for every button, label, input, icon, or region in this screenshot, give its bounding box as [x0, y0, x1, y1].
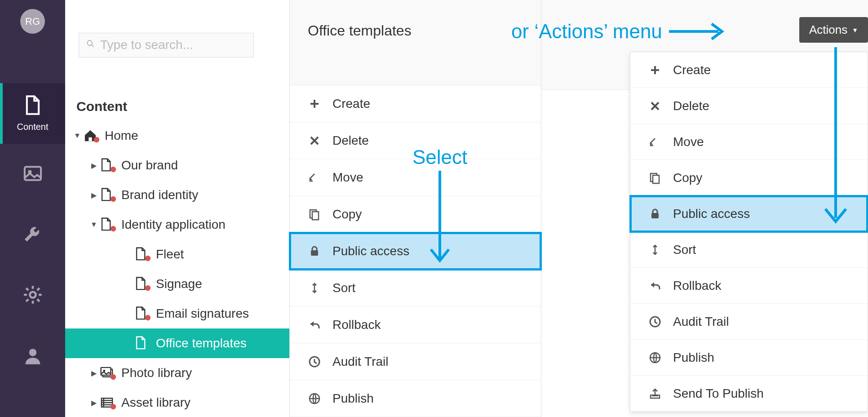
menu-item-sort[interactable]: Sort [630, 232, 868, 268]
tree-item-label: Home [105, 129, 138, 143]
sidebar-item-tools[interactable] [0, 204, 65, 265]
avatar[interactable]: RG [20, 9, 45, 34]
menu-item-delete[interactable]: Delete [290, 122, 541, 159]
menu-item-label: Sort [673, 243, 696, 257]
right-area: Actions ▼ CreateDeleteMoveCopyPublic acc… [541, 0, 868, 417]
menu-item-copy[interactable]: Copy [290, 196, 541, 233]
tree-item-label: Signage [156, 277, 202, 291]
menu-item-sort[interactable]: Sort [290, 270, 541, 306]
menu-item-label: Rollback [332, 318, 381, 332]
tree-item-label: Asset library [121, 395, 190, 410]
lock-icon [644, 208, 666, 220]
tree-item[interactable]: Signage [65, 269, 289, 299]
tree-item[interactable]: ▶Our brand [65, 151, 289, 180]
globe-icon [303, 392, 326, 405]
search-input[interactable] [100, 38, 247, 52]
home-icon [81, 128, 99, 143]
tree-item-label: Photo library [121, 366, 192, 380]
file-icon [22, 95, 43, 117]
menu-item-create[interactable]: Create [290, 85, 541, 122]
tree-item[interactable]: ▶Asset library [65, 388, 289, 417]
context-panel: Office templates CreateDeleteMoveCopyPub… [290, 0, 541, 417]
caret-icon: ▶ [90, 399, 98, 407]
content-tree: ▼Home▶Our brand▶Brand identity▼Identity … [65, 121, 289, 417]
menu-item-public-access[interactable]: Public access [290, 233, 541, 270]
menu-item-delete[interactable]: Delete [630, 88, 868, 124]
menu-item-send-to-publish[interactable]: Send To Publish [630, 376, 868, 412]
copy-icon [644, 172, 666, 184]
menu-item-label: Publish [332, 391, 374, 406]
wrench-icon [22, 224, 43, 246]
actions-button[interactable]: Actions ▼ [799, 17, 868, 43]
sidebar-item-media[interactable] [0, 144, 65, 204]
menu-item-public-access[interactable]: Public access [630, 196, 868, 232]
tree-item[interactable]: ▼Identity application [65, 210, 289, 240]
menu-item-label: Copy [332, 207, 362, 222]
clock-icon [644, 315, 666, 328]
menu-item-rollback[interactable]: Rollback [290, 306, 541, 343]
sidebar-item-settings[interactable] [0, 265, 65, 326]
caret-icon: ▶ [90, 369, 98, 377]
actions-dropdown: CreateDeleteMoveCopyPublic accessSortRol… [630, 52, 868, 412]
clock-icon [303, 355, 326, 368]
tree-panel: Content ▼Home▶Our brand▶Brand identity▼I… [65, 0, 290, 417]
image-icon [22, 163, 43, 186]
gear-icon [22, 284, 43, 307]
tree-item[interactable]: ▶Brand identity [65, 180, 289, 210]
user-icon [22, 345, 43, 368]
tree-item-label: Our brand [121, 158, 178, 173]
tree-item-label: Identity application [121, 217, 226, 232]
x-icon [303, 134, 326, 147]
tree-item[interactable]: Email signatures [65, 299, 289, 328]
menu-item-label: Public access [332, 244, 409, 258]
rollback-icon [303, 319, 326, 331]
menu-item-label: Publish [673, 350, 714, 365]
tree-heading: Content [65, 90, 289, 121]
menu-item-label: Move [673, 135, 704, 149]
menu-item-label: Create [332, 97, 370, 111]
icon-sidebar: RG Content [0, 0, 65, 417]
caret-icon: ▼ [90, 221, 98, 229]
menu-item-move[interactable]: Move [630, 124, 868, 160]
rollback-icon [644, 279, 666, 292]
page-icon [133, 276, 151, 292]
menu-item-label: Delete [673, 99, 709, 113]
sidebar-item-content[interactable]: Content [0, 83, 65, 144]
sort-icon [644, 244, 666, 256]
move-icon [644, 136, 666, 148]
menu-item-label: Delete [332, 133, 369, 148]
outbox-icon [644, 387, 666, 400]
menu-item-publish[interactable]: Publish [630, 340, 868, 376]
menu-item-rollback[interactable]: Rollback [630, 268, 868, 304]
menu-item-label: Sort [332, 281, 355, 295]
lock-icon [303, 245, 326, 257]
menu-item-move[interactable]: Move [290, 159, 541, 196]
tree-item[interactable]: ▶Photo library [65, 358, 289, 388]
menu-item-create[interactable]: Create [630, 52, 868, 88]
menu-item-label: Move [332, 170, 363, 185]
caret-icon: ▼ [73, 132, 81, 140]
menu-item-publish[interactable]: Publish [290, 380, 541, 417]
copy-icon [303, 208, 326, 221]
menu-item-audit-trail[interactable]: Audit Trail [630, 304, 868, 340]
tree-item-label: Email signatures [156, 306, 249, 321]
menu-item-label: Audit Trail [673, 315, 729, 329]
photos-icon [98, 365, 116, 381]
menu-item-copy[interactable]: Copy [630, 160, 868, 196]
menu-item-audit-trail[interactable]: Audit Trail [290, 343, 541, 380]
tree-item[interactable]: Fleet [65, 240, 289, 269]
assets-icon [98, 395, 116, 410]
search-icon [86, 39, 100, 51]
menu-item-label: Send To Publish [673, 386, 764, 401]
sidebar-item-users[interactable] [0, 326, 65, 386]
globe-icon [644, 351, 666, 364]
page-icon [98, 217, 116, 232]
tree-item-label: Office templates [156, 336, 247, 350]
page-icon [98, 158, 116, 173]
menu-item-label: Copy [673, 171, 702, 185]
tree-item[interactable]: Office templates [65, 328, 289, 358]
tree-item[interactable]: ▼Home [65, 121, 289, 151]
search-box[interactable] [79, 33, 254, 58]
context-menu: CreateDeleteMoveCopyPublic accessSortRol… [290, 85, 541, 417]
menu-item-label: Rollback [673, 279, 721, 293]
